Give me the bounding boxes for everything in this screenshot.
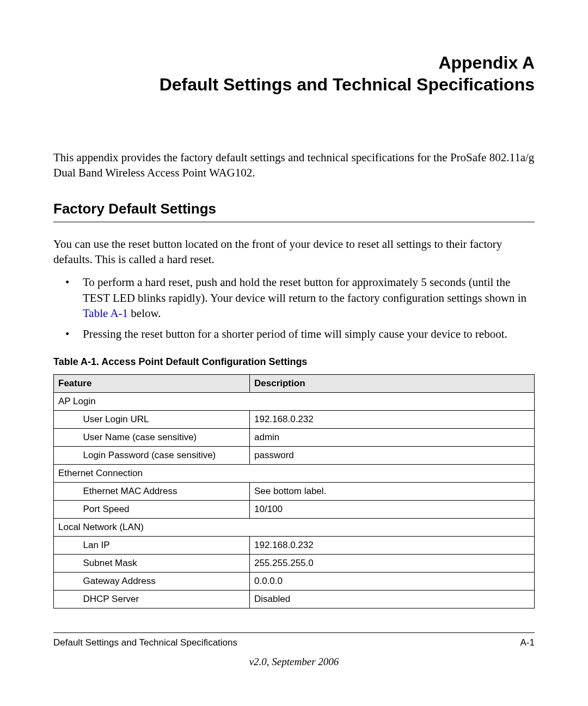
cell-desc: 10/100 — [250, 500, 535, 518]
table-group-row: Local Network (LAN) — [54, 518, 535, 536]
table-group-row: Ethernet Connection — [54, 464, 535, 482]
indent-cell — [54, 428, 79, 446]
config-table: Feature Description AP Login User Login … — [53, 374, 535, 608]
page: Appendix A Default Settings and Technica… — [0, 0, 588, 706]
indent-cell — [54, 482, 79, 500]
footer-line: Default Settings and Technical Specifica… — [53, 637, 535, 648]
cell-desc: 0.0.0.0 — [250, 572, 535, 590]
bullet-text-post: below. — [128, 307, 161, 320]
indent-cell — [54, 536, 79, 554]
cell-feature: Subnet Mask — [79, 554, 250, 572]
table-group-row: AP Login — [54, 392, 535, 410]
table-row: User Name (case sensitive) admin — [54, 428, 535, 446]
footer-rule — [53, 632, 535, 633]
cell-feature: Login Password (case sensitive) — [79, 446, 250, 464]
section-rule — [53, 222, 535, 222]
table-row: Ethernet MAC Address See bottom label. — [54, 482, 535, 500]
title-line-2: Default Settings and Technical Specifica… — [53, 74, 535, 95]
group-label: Local Network (LAN) — [54, 518, 535, 536]
cell-feature: DHCP Server — [79, 590, 250, 608]
title-line-1: Appendix A — [53, 52, 535, 74]
table-ref-link[interactable]: Table A-1 — [83, 307, 128, 320]
footer-left: Default Settings and Technical Specifica… — [53, 637, 237, 648]
table-row: User Login URL 192.168.0.232 — [54, 410, 535, 428]
table-row: Gateway Address 0.0.0.0 — [54, 572, 535, 590]
cell-feature: User Login URL — [79, 410, 250, 428]
section-heading: Factory Default Settings — [53, 200, 535, 218]
bullet-list: To perform a hard reset, push and hold t… — [53, 275, 535, 342]
table-row: Lan IP 192.168.0.232 — [54, 536, 535, 554]
indent-cell — [54, 590, 79, 608]
table-row: DHCP Server Disabled — [54, 590, 535, 608]
page-footer: Default Settings and Technical Specifica… — [53, 632, 535, 668]
table-row: Login Password (case sensitive) password — [54, 446, 535, 464]
cell-feature: User Name (case sensitive) — [79, 428, 250, 446]
footer-page-number: A-1 — [520, 637, 535, 648]
indent-cell — [54, 500, 79, 518]
intro-paragraph: This appendix provides the factory defau… — [53, 150, 535, 181]
cell-feature: Lan IP — [79, 536, 250, 554]
bullet-text-pre: To perform a hard reset, push and hold t… — [83, 276, 526, 304]
th-feature: Feature — [54, 374, 250, 392]
indent-cell — [54, 446, 79, 464]
table-header-row: Feature Description — [54, 374, 535, 392]
group-label: AP Login — [54, 392, 535, 410]
cell-desc: See bottom label. — [250, 482, 535, 500]
cell-feature: Port Speed — [79, 500, 250, 518]
cell-desc: 192.168.0.232 — [250, 410, 535, 428]
cell-feature: Gateway Address — [79, 572, 250, 590]
group-label: Ethernet Connection — [54, 464, 535, 482]
list-item: To perform a hard reset, push and hold t… — [75, 275, 535, 321]
appendix-title: Appendix A Default Settings and Technica… — [53, 52, 535, 95]
cell-desc: Disabled — [250, 590, 535, 608]
cell-desc: admin — [250, 428, 535, 446]
cell-desc: password — [250, 446, 535, 464]
footer-version: v2.0, September 2006 — [53, 656, 535, 668]
th-description: Description — [250, 374, 535, 392]
cell-desc: 192.168.0.232 — [250, 536, 535, 554]
indent-cell — [54, 410, 79, 428]
table-row: Subnet Mask 255.255.255.0 — [54, 554, 535, 572]
cell-feature: Ethernet MAC Address — [79, 482, 250, 500]
indent-cell — [54, 572, 79, 590]
cell-desc: 255.255.255.0 — [250, 554, 535, 572]
table-caption: Table A-1. Access Point Default Configur… — [53, 356, 535, 368]
body-paragraph: You can use the reset button located on … — [53, 236, 535, 267]
indent-cell — [54, 554, 79, 572]
table-row: Port Speed 10/100 — [54, 500, 535, 518]
list-item: Pressing the reset button for a shorter … — [75, 326, 535, 342]
